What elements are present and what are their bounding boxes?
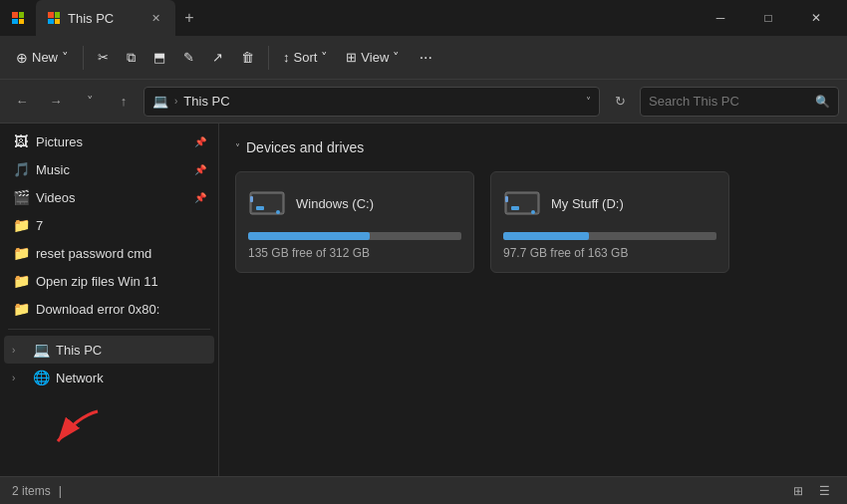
sidebar-label-videos: Videos	[36, 190, 188, 205]
sidebar-item-folder-7[interactable]: 📁 7	[4, 211, 214, 239]
status-separator: |	[59, 484, 62, 498]
this-pc-icon: 💻	[32, 342, 50, 358]
maximize-button[interactable]: □	[745, 2, 791, 34]
refresh-button[interactable]: ↻	[606, 88, 634, 116]
svg-rect-3	[250, 196, 253, 202]
network-expand-icon: ›	[12, 373, 26, 383]
view-toggle-area: ⊞ ☰	[787, 480, 835, 502]
download-error-icon: 📁	[12, 301, 30, 317]
new-button[interactable]: ⊕ New ˅	[8, 42, 77, 74]
sidebar-item-download-error[interactable]: 📁 Download error 0x80:	[4, 295, 214, 323]
grid-view-button[interactable]: ⊞	[787, 480, 809, 502]
details-view-button[interactable]: ☰	[813, 480, 835, 502]
sidebar-label-download-error: Download error 0x80:	[36, 302, 206, 317]
delete-button[interactable]: 🗑	[233, 42, 262, 74]
d-drive-progress-bar	[503, 232, 716, 240]
active-tab[interactable]: This PC ✕	[36, 0, 175, 36]
search-box[interactable]: 🔍	[640, 87, 839, 117]
new-label: New	[32, 50, 58, 65]
more-options-button[interactable]: ···	[410, 42, 441, 74]
new-dropdown-icon: ˅	[62, 50, 69, 65]
toolbar: ⊕ New ˅ ✂ ⧉ ⬒ ✎ ↗ 🗑 ↕ Sort ˅ ⊞	[0, 36, 847, 80]
sidebar-item-reset-password[interactable]: 📁 reset password cmd	[4, 239, 214, 267]
new-tab-button[interactable]: +	[175, 4, 203, 32]
item-count: 2 items	[12, 484, 51, 498]
rename-icon: ✎	[183, 50, 194, 65]
cut-button[interactable]: ✂	[90, 42, 117, 74]
folder-7-icon: 📁	[12, 217, 30, 233]
d-drive-card[interactable]: My Stuff (D:) 97.7 GB free of 163 GB	[490, 171, 729, 273]
section-title: Devices and drives	[246, 139, 364, 155]
section-header: ˅ Devices and drives	[235, 139, 831, 155]
sort-button[interactable]: ↕ Sort ˅	[275, 42, 336, 74]
copy-icon: ⧉	[127, 50, 136, 66]
sidebar-label-folder-7: 7	[36, 218, 206, 233]
svg-point-2	[276, 210, 280, 214]
cut-icon: ✂	[98, 50, 109, 65]
tab-area: This PC ✕ +	[36, 0, 690, 36]
path-computer-icon: 💻	[152, 94, 168, 109]
sidebar-item-pictures[interactable]: 🖼 Pictures 📌	[4, 127, 214, 155]
view-dropdown-icon: ˅	[393, 50, 400, 65]
d-drive-progress-fill	[503, 232, 589, 240]
window-controls: ─ □ ✕	[698, 2, 839, 34]
sidebar-item-music[interactable]: 🎵 Music 📌	[4, 155, 214, 183]
rename-button[interactable]: ✎	[175, 42, 202, 74]
sidebar-item-this-pc[interactable]: › 💻 This PC	[4, 336, 214, 364]
app-icon	[8, 8, 28, 28]
refresh-icon: ↻	[615, 94, 626, 109]
search-icon: 🔍	[815, 95, 830, 109]
svg-rect-8	[505, 196, 508, 202]
up-button[interactable]: ↑	[110, 88, 138, 116]
c-drive-header: Windows (C:)	[248, 184, 461, 222]
share-icon: ↗	[212, 50, 223, 65]
share-button[interactable]: ↗	[204, 42, 231, 74]
d-drive-info: My Stuff (D:)	[551, 196, 624, 211]
section-chevron-icon: ˅	[235, 142, 240, 153]
sidebar-label-pictures: Pictures	[36, 134, 188, 149]
sidebar-item-open-zip[interactable]: 📁 Open zip files Win 11	[4, 267, 214, 295]
svg-rect-9	[511, 206, 519, 210]
d-drive-storage-info: 97.7 GB free of 163 GB	[503, 246, 716, 260]
dropdown-history-button[interactable]: ˅	[76, 88, 104, 116]
tab-icon	[48, 12, 60, 24]
path-separator: ›	[174, 96, 177, 107]
sort-label: Sort	[294, 50, 318, 65]
music-pin-icon: 📌	[194, 164, 206, 175]
path-label: This PC	[183, 94, 229, 109]
sidebar-item-videos[interactable]: 🎬 Videos 📌	[4, 183, 214, 211]
sort-dropdown-icon: ˅	[321, 50, 328, 65]
path-dropdown-icon[interactable]: ˅	[586, 96, 591, 107]
sidebar-item-network[interactable]: › 🌐 Network	[4, 364, 214, 391]
videos-pin-icon: 📌	[194, 192, 206, 203]
c-drive-card[interactable]: Windows (C:) 135 GB free of 312 GB	[235, 171, 474, 273]
minimize-button[interactable]: ─	[698, 2, 743, 34]
view-button[interactable]: ⊞ View ˅	[338, 42, 408, 74]
reset-password-icon: 📁	[12, 245, 30, 261]
close-button[interactable]: ✕	[793, 2, 839, 34]
back-button[interactable]: ←	[8, 88, 36, 116]
toolbar-separator-1	[83, 46, 84, 70]
c-drive-progress-bar	[248, 232, 461, 240]
c-drive-progress-fill	[248, 232, 370, 240]
sidebar-label-this-pc: This PC	[56, 343, 206, 358]
copy-button[interactable]: ⧉	[119, 42, 143, 74]
tab-close-button[interactable]: ✕	[147, 10, 163, 26]
up-icon: ↑	[121, 94, 128, 109]
details-icon: ☰	[819, 484, 830, 498]
drives-grid: Windows (C:) 135 GB free of 312 GB	[235, 171, 831, 273]
view-icon: ⊞	[346, 50, 357, 65]
sidebar: 🖼 Pictures 📌 🎵 Music 📌 🎬 Videos 📌 📁 7 📁	[0, 124, 219, 476]
svg-point-7	[531, 210, 535, 214]
paste-button[interactable]: ⬒	[145, 42, 173, 74]
search-input[interactable]	[649, 94, 809, 109]
d-drive-name: My Stuff (D:)	[551, 196, 624, 211]
forward-button[interactable]: →	[42, 88, 70, 116]
forward-icon: →	[50, 94, 63, 109]
c-drive-storage-info: 135 GB free of 312 GB	[248, 246, 461, 260]
main-layout: 🖼 Pictures 📌 🎵 Music 📌 🎬 Videos 📌 📁 7 📁	[0, 124, 847, 476]
content-area: ˅ Devices and drives	[219, 124, 847, 476]
paste-icon: ⬒	[153, 50, 165, 65]
c-drive-icon	[248, 184, 286, 222]
address-path[interactable]: 💻 › This PC ˅	[143, 87, 600, 117]
